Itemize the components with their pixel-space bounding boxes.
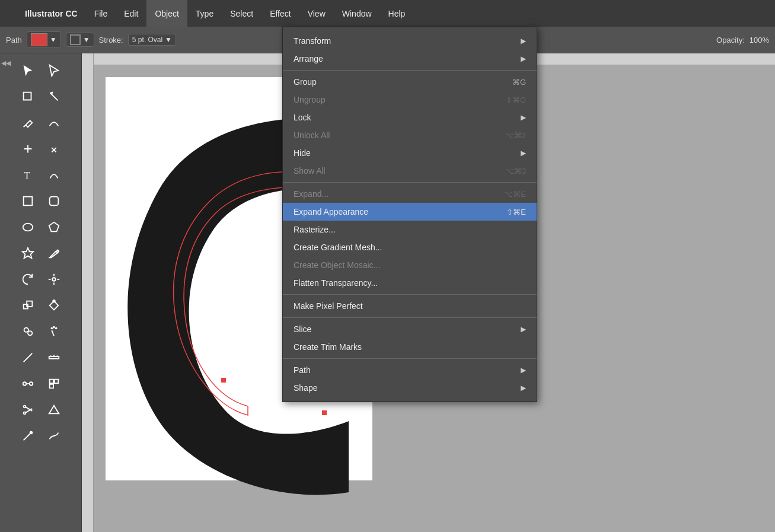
menu-help[interactable]: Help <box>380 0 414 27</box>
anchor-tool[interactable] <box>42 136 66 161</box>
scale-tool[interactable] <box>15 293 40 318</box>
menu-bar: Illustrator CC File Edit Object Type Sel… <box>0 0 775 27</box>
symbol-tool[interactable] <box>15 319 40 344</box>
svg-point-13 <box>53 300 55 302</box>
rotate-tool[interactable] <box>15 267 40 292</box>
smooth-tool[interactable] <box>42 423 66 448</box>
create-object-mosaic-label: Create Object Mosaic... <box>294 260 380 270</box>
collapse-panels-button[interactable]: ◀◀ <box>1 59 11 67</box>
rounded-rect-tool[interactable] <box>42 189 66 214</box>
star-tool[interactable] <box>15 241 40 266</box>
menu-item-lock[interactable]: Lock ▶ <box>283 109 537 126</box>
svg-rect-2 <box>49 197 58 206</box>
type-tool[interactable]: T <box>15 163 40 187</box>
reshape-tool[interactable] <box>42 293 66 318</box>
ungroup-shortcut: ⇧⌘G <box>506 95 526 104</box>
svg-point-16 <box>51 328 52 329</box>
tool-row-1 <box>0 58 81 83</box>
svg-marker-4 <box>49 222 59 232</box>
make-pixel-perfect-label: Make Pixel Perfect <box>294 301 363 311</box>
ellipse-tool[interactable] <box>15 215 40 240</box>
group-shortcut: ⌘G <box>512 78 526 87</box>
tool-row-10 <box>0 293 81 318</box>
hide-arrow-icon: ▶ <box>521 149 526 157</box>
ungroup-label: Ungroup <box>294 95 326 104</box>
rectangle-tool[interactable] <box>15 189 40 214</box>
menu-file[interactable]: File <box>86 0 116 27</box>
menu-window[interactable]: Window <box>334 0 380 27</box>
svg-text:T: T <box>24 170 30 181</box>
menu-edit[interactable]: Edit <box>116 0 146 27</box>
direct-selection-tool[interactable] <box>42 58 66 83</box>
svg-rect-33 <box>221 378 226 383</box>
blend-tool[interactable] <box>15 371 40 396</box>
magic-wand-tool[interactable] <box>42 84 66 109</box>
unlock-all-label: Unlock All <box>294 130 330 140</box>
menu-item-shape[interactable]: Shape ▶ <box>283 379 537 397</box>
menu-view[interactable]: View <box>299 0 334 27</box>
menu-item-create-object-mosaic[interactable]: Create Object Mosaic... <box>283 256 537 274</box>
menu-item-arrange[interactable]: Arrange ▶ <box>283 50 537 68</box>
flatten-transparency-label: Flatten Transparency... <box>294 278 378 288</box>
menu-item-hide[interactable]: Hide ▶ <box>283 144 537 162</box>
svg-point-27 <box>23 412 25 415</box>
svg-rect-19 <box>49 356 59 359</box>
menu-item-show-all[interactable]: Show All ⌥⌘3 <box>283 162 537 180</box>
menu-item-expand[interactable]: Expand... ⌥⌘E <box>283 185 537 203</box>
menu-effect[interactable]: Effect <box>261 0 299 27</box>
menu-item-ungroup[interactable]: Ungroup ⇧⌘G <box>283 91 537 109</box>
fill-color-picker[interactable]: ▼ <box>27 31 61 48</box>
menu-item-create-trim-marks[interactable]: Create Trim Marks <box>283 338 537 356</box>
svg-point-24 <box>29 382 33 386</box>
stroke-color-picker[interactable]: ▼ <box>66 33 94 47</box>
menu-item-transform[interactable]: Transform ▶ <box>283 32 537 50</box>
menu-item-path[interactable]: Path ▶ <box>283 361 537 379</box>
slice-label: Slice <box>294 324 311 334</box>
create-gradient-mesh-label: Create Gradient Mesh... <box>294 243 382 252</box>
menu-object[interactable]: Object <box>146 0 187 27</box>
menu-item-group[interactable]: Group ⌘G <box>283 73 537 91</box>
selection-tool[interactable] <box>15 58 40 83</box>
slice-arrow-icon: ▶ <box>521 325 526 333</box>
menu-item-create-gradient-mesh[interactable]: Create Gradient Mesh... <box>283 238 537 256</box>
menu-type[interactable]: Type <box>187 0 222 27</box>
menu-item-rasterize[interactable]: Rasterize... <box>283 221 537 238</box>
measure-tool[interactable] <box>42 345 66 370</box>
shape-arrow-icon: ▶ <box>521 384 526 392</box>
svg-point-18 <box>55 328 56 329</box>
eraser-tool[interactable] <box>42 397 66 422</box>
live-paint-tool[interactable] <box>42 371 66 396</box>
eyedropper-tool[interactable] <box>15 345 40 370</box>
svg-point-3 <box>23 224 33 231</box>
svg-rect-1 <box>23 197 32 206</box>
menu-item-unlock-all[interactable]: Unlock All ⌥⌘2 <box>283 126 537 144</box>
brush-selector[interactable]: 5 pt. Oval ▼ <box>128 34 176 46</box>
stroke-label: Stroke: <box>99 36 123 44</box>
expand-appearance-label: Expand Appearance <box>294 207 368 216</box>
touch-type-tool[interactable] <box>42 163 66 187</box>
svg-point-23 <box>23 382 26 386</box>
add-anchor-tool[interactable] <box>15 136 40 161</box>
svg-point-17 <box>53 327 55 328</box>
lasso-tool[interactable] <box>15 84 40 109</box>
menu-section-path: Path ▶ Shape ▶ <box>283 359 537 399</box>
tool-row-11 <box>0 319 81 344</box>
svg-marker-5 <box>22 248 33 258</box>
tool-row-9 <box>0 267 81 292</box>
pen-tool-2[interactable] <box>15 423 40 448</box>
curvature-tool[interactable] <box>42 110 66 135</box>
menu-item-slice[interactable]: Slice ▶ <box>283 320 537 338</box>
spray-tool[interactable] <box>42 319 66 344</box>
pen-tool[interactable] <box>15 110 40 135</box>
menu-item-make-pixel-perfect[interactable]: Make Pixel Perfect <box>283 297 537 315</box>
menu-item-flatten-transparency[interactable]: Flatten Transparency... <box>283 274 537 292</box>
paintbrush-tool[interactable] <box>42 241 66 266</box>
fill-dropdown-arrow: ▼ <box>50 36 57 44</box>
group-label: Group <box>294 77 317 87</box>
menu-section-slice: Slice ▶ Create Trim Marks <box>283 318 537 359</box>
animation-tool[interactable] <box>42 267 66 292</box>
scissors-tool[interactable] <box>15 397 40 422</box>
menu-select[interactable]: Select <box>222 0 261 27</box>
menu-item-expand-appearance[interactable]: Expand Appearance ⇧⌘E <box>283 203 537 221</box>
polygon-tool[interactable] <box>42 215 66 240</box>
